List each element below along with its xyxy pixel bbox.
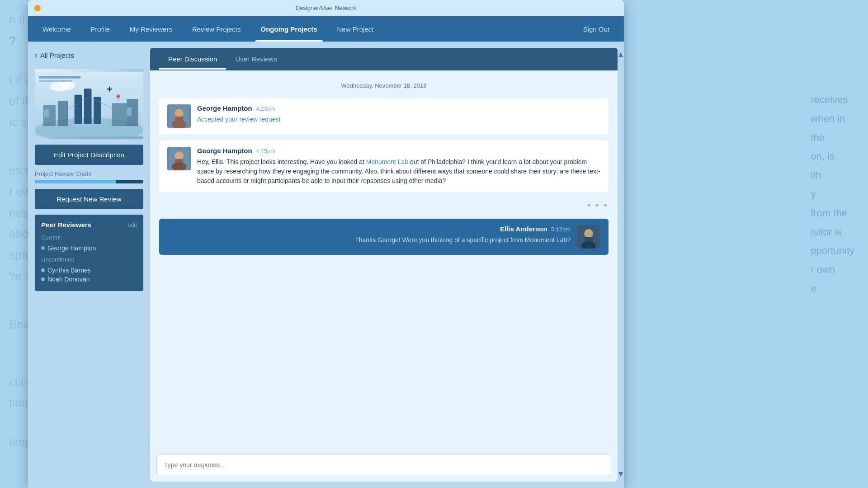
msg-sender-2: George Hampton (197, 147, 252, 155)
message-body-2: George Hampton 4:45pm Hey, Ellis. This p… (197, 147, 600, 186)
title-bar: Designer/User Network (28, 0, 624, 16)
nav-welcome[interactable]: Welcome (33, 16, 80, 42)
msg-time-3: 5:12pm (551, 226, 571, 233)
svg-rect-6 (75, 95, 82, 124)
msg-text-2: Hey, Ellis. This project looks interesti… (197, 157, 600, 186)
credit-bar-background (35, 180, 143, 183)
message-accepted: George Hampton 4:23pm Accepted your revi… (159, 98, 609, 134)
monument-lab-link[interactable]: Monument Lab (366, 158, 408, 165)
unconfirmed-reviewer-cynthia: Cynthia Barnes (41, 267, 137, 274)
svg-rect-23 (175, 117, 183, 126)
svg-point-22 (175, 109, 183, 117)
window-title: Designer/User Network (296, 5, 356, 11)
nav-my-reviewers[interactable]: My Reviewers (120, 16, 182, 42)
tab-user-reviews[interactable]: User Reviews (226, 49, 286, 69)
nav-profile[interactable]: Profile (80, 16, 120, 42)
svg-text:+: + (107, 84, 113, 95)
svg-rect-14 (127, 107, 132, 115)
app-window: Designer/User Network Welcome Profile My… (28, 0, 624, 488)
msg-header-1: George Hampton 4:23pm (197, 104, 600, 112)
reviewer-dot (41, 246, 45, 250)
sidebar: ‹ All Projects (28, 42, 150, 488)
credit-label: Project Review Credit (35, 170, 143, 177)
msg-header-2: George Hampton 4:45pm (197, 147, 600, 155)
avatar-ellis (577, 225, 600, 249)
nav-ongoing-projects[interactable]: Ongoing Projects (251, 16, 327, 42)
unconfirmed-label: Unconfirmed (41, 256, 137, 263)
tab-peer-discussion[interactable]: Peer Discussion (159, 49, 226, 69)
edit-project-description-button[interactable]: Edit Project Description (35, 145, 143, 165)
more-options-dots[interactable]: • • • (159, 198, 609, 212)
svg-rect-4 (112, 103, 127, 126)
peer-edit-link[interactable]: edit (127, 221, 137, 228)
unconfirmed-section: Unconfirmed Cynthia Barnes Noah Donovan (41, 256, 137, 283)
reviewer-dot-noah (41, 277, 45, 281)
svg-point-31 (585, 229, 593, 237)
msg-accept-text: Accepted your review request (197, 115, 600, 124)
window-control-dot[interactable] (34, 5, 41, 11)
unconfirmed-reviewer-noah: Noah Donovan (41, 276, 137, 283)
input-area (150, 448, 618, 482)
current-section: Current George Hampton (41, 234, 137, 252)
avatar-george-1 (167, 104, 191, 128)
msg-time-1: 4:23pm (256, 105, 275, 112)
scroll-up-arrow[interactable]: ▲ (617, 50, 625, 59)
peer-panel-title: Peer Reviewers (41, 221, 91, 229)
msg-text-3: Thanks George! Were you thinking of a sp… (167, 235, 571, 245)
msg-time-2: 4:45pm (256, 148, 275, 155)
svg-text:📍: 📍 (114, 94, 123, 102)
svg-rect-7 (84, 89, 92, 124)
svg-point-26 (175, 151, 183, 160)
msg-sender-1: George Hampton (197, 104, 252, 112)
right-panel: Peer Discussion User Reviews Wednesday, … (150, 48, 618, 482)
back-arrow-icon: ‹ (35, 51, 38, 60)
peer-reviewers-panel: Peer Reviewers edit Current George Hampt… (35, 215, 143, 291)
nav-sign-out[interactable]: Sign Out (573, 25, 619, 33)
navbar: Welcome Profile My Reviewers Review Proj… (28, 16, 624, 42)
message-body-1: George Hampton 4:23pm Accepted your revi… (197, 104, 600, 124)
svg-rect-3 (58, 101, 68, 126)
svg-rect-16 (39, 80, 72, 82)
response-input[interactable] (156, 455, 611, 475)
discussion-tabs: Peer Discussion User Reviews (150, 48, 618, 70)
credit-bar-fill (35, 180, 116, 183)
svg-rect-15 (39, 76, 80, 79)
svg-rect-13 (44, 109, 49, 117)
message-george-main: George Hampton 4:45pm Hey, Ellis. This p… (159, 141, 609, 192)
nav-new-project[interactable]: New Project (327, 16, 384, 42)
credit-section: Project Review Credit (35, 170, 143, 183)
main-content: ‹ All Projects (28, 42, 624, 488)
back-to-projects[interactable]: ‹ All Projects (35, 51, 143, 60)
reviewer-dot-cynthia (41, 268, 45, 272)
message-body-3: Ellis Anderson 5:12pm Thanks George! Wer… (167, 225, 571, 245)
scroll-down-arrow[interactable]: ▼ (617, 469, 625, 479)
svg-point-12 (61, 81, 75, 89)
message-ellis: Ellis Anderson 5:12pm Thanks George! Wer… (159, 219, 609, 255)
request-new-review-button[interactable]: Request New Review (35, 189, 143, 209)
project-thumbnail: + 📍 (35, 69, 143, 139)
current-label: Current (41, 234, 137, 241)
msg-sender-3: Ellis Anderson (500, 225, 547, 233)
nav-review-projects[interactable]: Review Projects (182, 16, 251, 42)
current-reviewer-george: George Hampton (41, 244, 137, 252)
msg-header-3: Ellis Anderson 5:12pm (167, 225, 571, 233)
peer-panel-header: Peer Reviewers edit (41, 221, 137, 229)
avatar-george-2 (167, 147, 191, 170)
date-divider: Wednesday, November 18, 2018 (159, 82, 609, 89)
discussion-area: Wednesday, November 18, 2018 (150, 70, 618, 448)
